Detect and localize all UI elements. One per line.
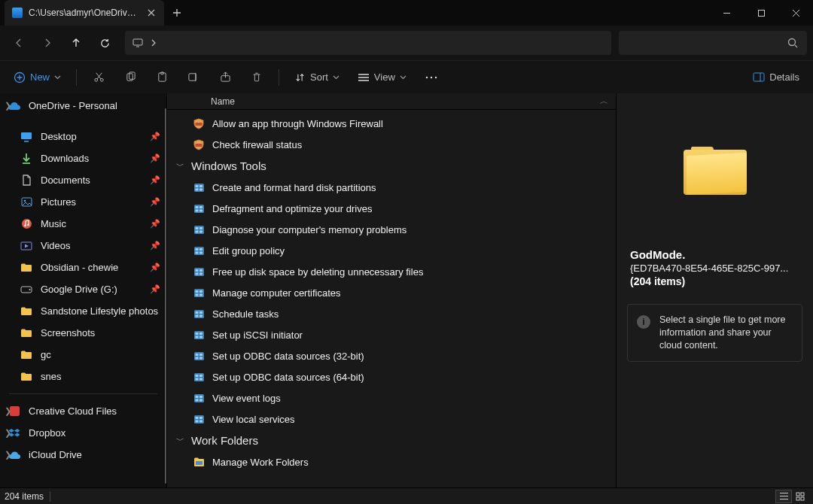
control-panel-icon: [193, 244, 205, 257]
window-tab[interactable]: C:\Users\admyr\OneDrive\Des: [5, 0, 164, 26]
sidebar-item[interactable]: Obsidian - chewie📌: [0, 257, 166, 278]
sidebar-item[interactable]: ❯iCloud Drive: [0, 444, 166, 466]
close-window-button[interactable]: [778, 0, 813, 26]
delete-button[interactable]: [242, 65, 271, 90]
chevron-right-icon[interactable]: ❯: [5, 406, 14, 416]
svg-rect-62: [199, 314, 202, 317]
more-button[interactable]: [417, 65, 446, 90]
details-view-button[interactable]: [775, 490, 792, 503]
control-panel-icon: [193, 350, 205, 362]
cut-button[interactable]: [84, 65, 113, 90]
close-tab-icon[interactable]: [146, 8, 157, 18]
list-item[interactable]: Free up disk space by deleting unnecessa…: [167, 261, 616, 282]
sort-label: Sort: [310, 71, 328, 83]
list-item[interactable]: Set up ODBC data sources (64-bit): [167, 366, 616, 387]
list-item[interactable]: Manage computer certificates: [167, 282, 616, 303]
sort-button[interactable]: Sort: [287, 65, 347, 90]
sidebar-item[interactable]: Documents📌: [0, 169, 166, 191]
sidebar-item[interactable]: Desktop📌: [0, 126, 166, 147]
minimize-button[interactable]: [709, 0, 744, 26]
new-tab-button[interactable]: [164, 0, 190, 26]
folder-icon: [20, 370, 33, 384]
chevron-right-icon[interactable]: ❯: [5, 428, 14, 438]
share-icon: [220, 71, 231, 83]
folder-icon: [20, 305, 33, 318]
up-button[interactable]: [63, 30, 89, 56]
svg-rect-81: [195, 399, 198, 401]
copy-button[interactable]: [116, 65, 145, 90]
sidebar-item[interactable]: gc: [0, 344, 166, 366]
share-button[interactable]: [211, 65, 239, 90]
chevron-up-icon[interactable]: ︿: [600, 96, 608, 107]
pin-icon[interactable]: 📌: [150, 263, 160, 273]
list-item[interactable]: Schedule tasks: [167, 303, 616, 324]
list-item[interactable]: Create and format hard disk partitions: [167, 177, 616, 198]
sidebar-item[interactable]: Music📌: [0, 213, 166, 235]
chevron-down-icon[interactable]: ﹀: [176, 160, 185, 172]
svg-rect-89: [796, 493, 799, 496]
pin-icon[interactable]: 📌: [150, 132, 160, 142]
details-title: GodMode.: [617, 244, 813, 263]
pin-icon[interactable]: 📌: [150, 284, 160, 295]
pin-icon[interactable]: 📌: [150, 219, 160, 229]
list-item[interactable]: Manage Work Folders: [167, 451, 616, 472]
list-item[interactable]: Allow an app through Windows Firewall: [167, 113, 616, 134]
chevron-right-icon[interactable]: ❯: [5, 101, 14, 111]
list-item[interactable]: Edit group policy: [167, 240, 616, 261]
breadcrumb-bar[interactable]: [125, 31, 611, 55]
details-guid: {ED7BA470-8E54-465E-825C-997...: [617, 263, 813, 274]
list-item[interactable]: Diagnose your computer's memory problems: [167, 219, 616, 240]
new-button[interactable]: New: [6, 65, 69, 90]
back-button[interactable]: [6, 30, 32, 56]
list-item-label: Create and format hard disk partitions: [212, 182, 376, 193]
sidebar-item[interactable]: Google Drive (G:)📌: [0, 278, 166, 300]
thumbnails-view-button[interactable]: [792, 490, 808, 503]
details-preview: [617, 93, 813, 244]
sidebar-item[interactable]: ❯Dropbox: [0, 422, 166, 444]
list-item[interactable]: View local services: [167, 408, 616, 430]
maximize-button[interactable]: [744, 0, 778, 26]
sidebar-item[interactable]: Videos📌: [0, 235, 166, 257]
svg-point-20: [24, 225, 26, 227]
new-icon: [14, 71, 26, 83]
list-item[interactable]: Set up iSCSI initiator: [167, 324, 616, 345]
sidebar-item[interactable]: snes: [0, 366, 166, 387]
sidebar-item[interactable]: Downloads📌: [0, 147, 166, 169]
forward-button[interactable]: [35, 30, 60, 56]
pin-icon[interactable]: 📌: [150, 197, 160, 208]
sidebar-item[interactable]: Sandstone Lifestyle photos: [0, 300, 166, 322]
group-header[interactable]: ﹀Windows Tools: [167, 155, 616, 177]
list-item[interactable]: Check firewall status: [167, 134, 616, 155]
navigation-pane[interactable]: ❯ OneDrive - Personal Desktop📌Downloads📌…: [0, 93, 167, 487]
rename-button[interactable]: [179, 65, 208, 90]
sidebar-item[interactable]: Screenshots: [0, 322, 166, 344]
details-pane-button[interactable]: Details: [745, 65, 807, 90]
sidebar-item-label: Google Drive (G:): [41, 284, 117, 295]
details-pane: GodMode. {ED7BA470-8E54-465E-825C-997...…: [616, 93, 813, 487]
view-button[interactable]: View: [350, 65, 414, 90]
sidebar-item[interactable]: ❯Creative Cloud Files: [0, 400, 166, 422]
refresh-button[interactable]: [92, 30, 117, 56]
list-item[interactable]: Set up ODBC data sources (32-bit): [167, 345, 616, 366]
pin-icon[interactable]: 📌: [150, 153, 160, 164]
svg-rect-60: [199, 311, 202, 314]
sidebar-item-label: Documents: [41, 175, 90, 186]
pin-icon[interactable]: 📌: [150, 241, 160, 251]
sidebar-item-onedrive[interactable]: ❯ OneDrive - Personal: [0, 95, 166, 117]
file-list[interactable]: Allow an app through Windows FirewallChe…: [167, 110, 616, 487]
group-header[interactable]: ﹀Work Folders: [167, 430, 616, 451]
svg-rect-45: [199, 248, 202, 250]
sidebar-item-label: Obsidian - chewie: [41, 262, 118, 273]
list-item[interactable]: View event logs: [167, 387, 616, 408]
list-item[interactable]: Defragment and optimize your drives: [167, 198, 616, 219]
chevron-down-icon[interactable]: ﹀: [176, 435, 185, 446]
search-input[interactable]: [619, 31, 807, 55]
chevron-right-icon[interactable]: ❯: [5, 450, 14, 460]
column-header-label: Name: [211, 96, 235, 107]
details-label: Details: [769, 71, 799, 83]
paste-button[interactable]: [148, 65, 176, 90]
pin-icon[interactable]: 📌: [150, 175, 160, 186]
chevron-right-icon[interactable]: [151, 39, 156, 47]
column-header-name[interactable]: Name ︿: [167, 93, 616, 110]
sidebar-item[interactable]: Pictures📌: [0, 191, 166, 213]
